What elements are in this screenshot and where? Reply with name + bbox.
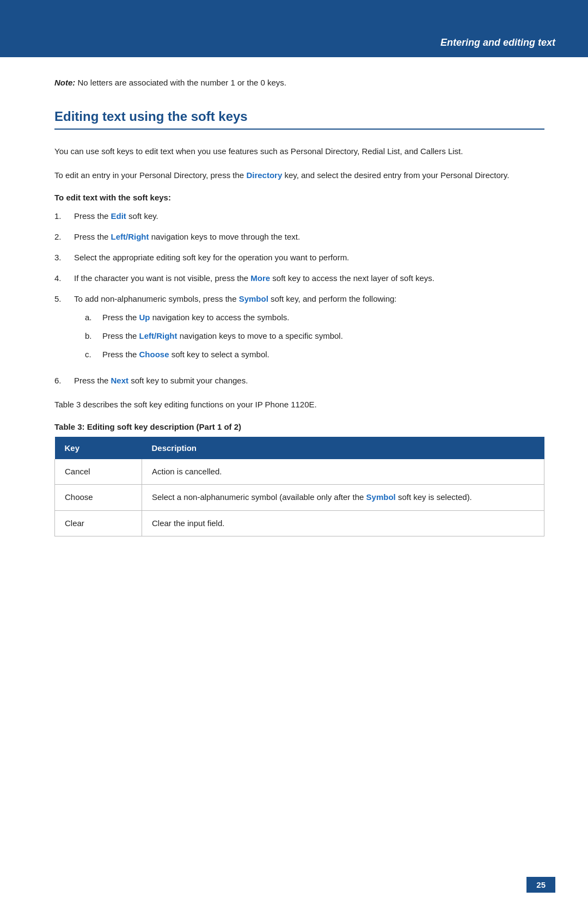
row-cancel-desc: Action is cancelled. [142,459,544,485]
step-4-link: More [250,273,270,283]
table-row: Choose Select a non-alphanumeric symbol … [55,485,544,511]
step-2-prefix: Press the [74,232,111,241]
para2-link: Directory [246,170,282,180]
step-5-prefix: To add non-alphanumeric symbols, press t… [74,294,239,303]
sub-b-prefix: Press the [102,331,139,340]
table-row: Clear Clear the input field. [55,510,544,536]
step-1-suffix: soft key. [126,211,158,221]
step-3-content: Select the appropriate editing soft key … [74,251,544,264]
step-1-link: Edit [111,211,126,221]
table-title: Table 3: Editing soft key description (P… [54,422,544,431]
table-body: Cancel Action is cancelled. Choose Selec… [55,459,544,536]
row-cancel-desc-text: Action is cancelled. [152,467,222,476]
note-paragraph: Note: No letters are associated with the… [54,77,544,89]
step-2-content: Press the Left/Right navigation keys to … [74,230,544,243]
sub-a-suffix: navigation key to access the symbols. [150,313,290,322]
note-label: Note: [54,78,75,87]
body-para-2: To edit an entry in your Personal Direct… [54,169,544,182]
para2-prefix: To edit an entry in your Personal Direct… [54,170,246,180]
step-2-link: Left/Right [111,232,149,241]
sub-step-b: Press the Left/Right navigation keys to … [85,330,544,343]
para2-suffix: key, and select the desired entry from y… [282,170,509,180]
step-6-link: Next [111,376,129,385]
step-3-text: Select the appropriate editing soft key … [74,253,349,262]
row-cancel-key: Cancel [55,459,142,485]
page-number: 25 [536,880,546,889]
section-heading: Editing text using the soft keys [54,109,544,130]
table-header: Key Description [55,437,544,459]
row-clear-desc-text: Clear the input field. [152,518,224,528]
step-2-suffix: navigation keys to move through the text… [149,232,301,241]
col-header-description: Description [142,437,544,459]
step-4-content: If the character you want is not visible… [74,272,544,285]
step-5-content: To add non-alphanumeric symbols, press t… [74,292,544,367]
col-header-key: Key [55,437,142,459]
sub-step-a: Press the Up navigation key to access th… [85,311,544,324]
row-choose-link: Symbol [366,492,396,502]
header-title: Entering and editing text [440,37,555,48]
step-1-content: Press the Edit soft key. [74,210,544,223]
steps-list: Press the Edit soft key. Press the Left/… [54,210,544,387]
header-bar: Entering and editing text [0,0,588,57]
content-area: Note: No letters are associated with the… [0,57,588,580]
note-body: No letters are associated with the numbe… [78,78,287,87]
row-choose-desc: Select a non-alphanumeric symbol (availa… [142,485,544,511]
table-header-row: Key Description [55,437,544,459]
step-6: Press the Next soft key to submit your c… [54,374,544,387]
sub-step-c-content: Press the Choose soft key to select a sy… [102,348,270,361]
sub-b-suffix: navigation keys to move to a specific sy… [177,331,343,340]
editing-table: Key Description Cancel Action is cancell… [54,437,544,537]
step-5-link: Symbol [239,294,268,303]
row-choose-suffix: soft key is selected). [396,492,472,502]
table-row: Cancel Action is cancelled. [55,459,544,485]
step-5-suffix: soft key, and perform the following: [268,294,397,303]
sub-c-link: Choose [139,350,169,359]
sub-steps-list: Press the Up navigation key to access th… [74,311,544,361]
sub-step-c: Press the Choose soft key to select a sy… [85,348,544,361]
step-4: If the character you want is not visible… [54,272,544,285]
sub-a-link: Up [139,313,150,322]
sub-b-link: Left/Right [139,331,177,340]
row-clear-key: Clear [55,510,142,536]
step-6-content: Press the Next soft key to submit your c… [74,374,544,387]
sub-c-prefix: Press the [102,350,139,359]
sub-step-a-content: Press the Up navigation key to access th… [102,311,290,324]
body-para-1: You can use soft keys to edit text when … [54,145,544,158]
step-1-prefix: Press the [74,211,111,221]
sub-heading: To edit text with the soft keys: [54,193,544,202]
step-4-prefix: If the character you want is not visible… [74,273,250,283]
page-footer: 25 [526,877,555,893]
step-6-prefix: Press the [74,376,111,385]
page-container: Entering and editing text Note: No lette… [0,0,588,909]
row-choose-prefix: Select a non-alphanumeric symbol (availa… [152,492,366,502]
sub-step-b-content: Press the Left/Right navigation keys to … [102,330,343,343]
step-2: Press the Left/Right navigation keys to … [54,230,544,243]
step-4-suffix: soft key to access the next layer of sof… [270,273,434,283]
row-choose-key: Choose [55,485,142,511]
sub-a-prefix: Press the [102,313,139,322]
step-3: Select the appropriate editing soft key … [54,251,544,264]
row-clear-desc: Clear the input field. [142,510,544,536]
sub-c-suffix: soft key to select a symbol. [169,350,270,359]
step-1: Press the Edit soft key. [54,210,544,223]
step-6-suffix: soft key to submit your changes. [128,376,248,385]
table-intro: Table 3 describes the soft key editing f… [54,398,544,411]
step-5: To add non-alphanumeric symbols, press t… [54,292,544,367]
